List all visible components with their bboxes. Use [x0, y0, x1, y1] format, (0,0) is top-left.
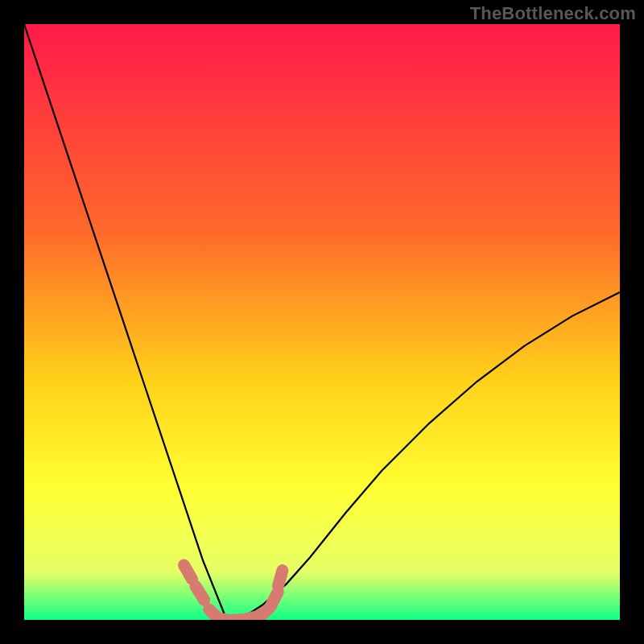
trough-marker [196, 586, 204, 600]
gradient-background [24, 24, 620, 620]
trough-marker [184, 565, 192, 579]
trough-marker [270, 592, 278, 606]
bottleneck-chart [24, 24, 620, 620]
chart-frame [24, 24, 620, 620]
trough-marker [279, 571, 283, 586]
watermark-text: TheBottleneck.com [470, 3, 636, 24]
